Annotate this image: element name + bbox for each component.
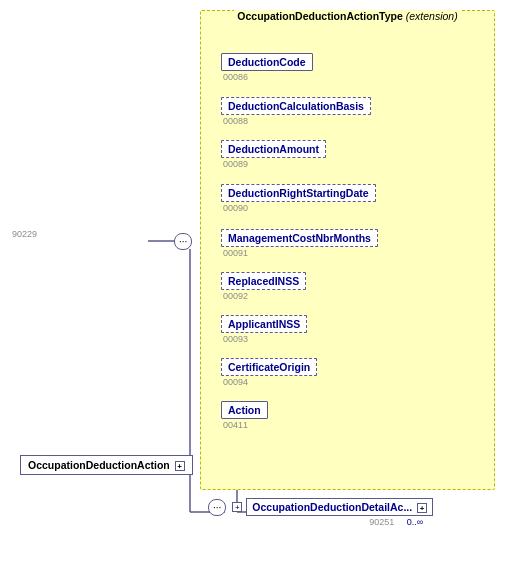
bottom-field-number: 90251 0..∞	[369, 517, 423, 527]
type-box-title: OccupationDeductionActionType (extension…	[233, 10, 461, 22]
multiplicity-label: 0..∞	[407, 517, 423, 527]
entity-box: OccupationDeductionAction +	[20, 455, 193, 475]
expand-bottom-icon[interactable]: +	[232, 502, 242, 512]
diagram-container: OccupationDeductionActionType (extension…	[0, 0, 526, 563]
entity-number: 90229	[12, 229, 37, 239]
field-deductionamount: DeductionAmount 00089	[221, 140, 326, 169]
field-applicantInss: ApplicantINSS 00093	[221, 315, 307, 344]
type-box: OccupationDeductionActionType (extension…	[200, 10, 495, 490]
bottom-field-box: OccupationDeductionDetailAc... +	[246, 498, 433, 516]
field-action: Action 00411	[221, 401, 268, 430]
field-certificateorigin: CertificateOrigin 00094	[221, 358, 317, 387]
expand-bottom-field-icon[interactable]: +	[417, 503, 427, 513]
field-managementcostnbrmonths: ManagementCostNbrMonths 00091	[221, 229, 378, 258]
field-deductioncode: DeductionCode 00086	[221, 53, 313, 82]
main-connector[interactable]: ···	[174, 233, 192, 250]
field-deductionrightstartingdate: DeductionRightStartingDate 00090	[221, 184, 376, 213]
expand-entity-icon[interactable]: +	[175, 461, 185, 471]
entity-section: OccupationDeductionAction + 90229	[10, 228, 37, 239]
field-deductioncalculationbasis: DeductionCalculationBasis 00088	[221, 97, 371, 126]
field-replacedInss: ReplacedINSS 00092	[221, 272, 306, 301]
bottom-connector-dots[interactable]: ···	[208, 499, 226, 516]
bottom-section: ··· + OccupationDeductionDetailAc... + 9…	[208, 498, 433, 527]
